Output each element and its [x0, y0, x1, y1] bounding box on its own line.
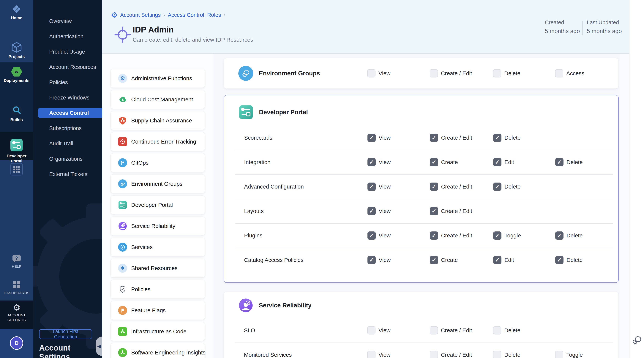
rail-item-home[interactable]: ❖ Home: [0, 3, 33, 20]
checkbox-view-checked[interactable]: [368, 158, 376, 166]
sidebar-item-access-control[interactable]: Access Control: [38, 108, 102, 118]
checkbox-delete[interactable]: [493, 351, 501, 358]
module-card-supply-chain-assurance[interactable]: Supply Chain Assurance: [110, 111, 205, 130]
rail-item-account-settings[interactable]: ⚙ ACCOUNT SETTINGS: [0, 303, 33, 322]
module-card-infrastructure-as-code[interactable]: Infrastructure as Code: [110, 322, 205, 341]
checkbox-create-edit-checked[interactable]: [430, 207, 438, 215]
rail-item-developer-portal[interactable]: Developer Portal: [0, 138, 33, 163]
page-scrollbar-area[interactable]: [629, 0, 644, 358]
checkbox-view[interactable]: [367, 69, 376, 77]
checkbox-delete-checked[interactable]: [555, 232, 564, 240]
checkbox-delete-checked[interactable]: [493, 134, 502, 142]
module-card-software-engineering-insights[interactable]: Software Engineering Insights: [110, 343, 205, 358]
support-chat-icon[interactable]: [632, 335, 642, 346]
launch-first-generation-button[interactable]: Launch First Generation: [39, 329, 92, 339]
module-card-policies[interactable]: Policies: [110, 280, 205, 299]
breadcrumb: ⚙ Account Settings › Access Control: Rol…: [111, 11, 226, 19]
checkbox-toggle[interactable]: [555, 351, 563, 358]
checkbox-edit-checked[interactable]: [493, 158, 502, 166]
module-name: Infrastructure as Code: [131, 328, 186, 335]
settings-gear-icon: ⚙: [111, 11, 118, 19]
breadcrumb-account-settings[interactable]: Account Settings: [120, 12, 161, 18]
module-card-gitops[interactable]: GitOps: [110, 153, 205, 172]
module-card-service-reliability[interactable]: Service Reliability: [110, 217, 205, 235]
checkbox-delete[interactable]: [493, 69, 501, 77]
permission-create-edit: Create / Edit: [430, 69, 472, 77]
rail-item-label: Projects: [0, 54, 33, 59]
sidebar-collapse-button[interactable]: ◀: [96, 336, 102, 356]
module-card-developer-portal[interactable]: Developer Portal: [110, 196, 205, 214]
module-card-feature-flags[interactable]: Feature Flags: [110, 301, 205, 320]
sidebar-item-authentication[interactable]: Authentication: [33, 31, 102, 42]
breadcrumb-access-control-roles[interactable]: Access Control: Roles: [168, 12, 221, 18]
checkbox-create-edit-checked[interactable]: [430, 134, 438, 142]
checkbox-view-checked[interactable]: [368, 232, 376, 240]
sidebar-item-account-resources[interactable]: Account Resources: [33, 62, 102, 72]
permission-label: Delete: [504, 352, 520, 358]
rail-item-help[interactable]: ? HELP: [0, 255, 33, 269]
sidebar-item-overview[interactable]: Overview: [33, 16, 102, 26]
permission-label: View: [379, 232, 390, 239]
checkbox-view-checked[interactable]: [368, 256, 376, 264]
module-card-shared-resources[interactable]: ❖Shared Resources: [110, 259, 205, 278]
sidebar-item-policies[interactable]: Policies: [33, 77, 102, 87]
module-name: Developer Portal: [131, 202, 173, 208]
module-card-administrative-functions[interactable]: ⚙Administrative Functions: [110, 69, 205, 88]
rail-item-label: DASHBOARDS: [0, 290, 33, 295]
permission-create: Create: [430, 158, 458, 166]
checkbox-delete-checked[interactable]: [555, 158, 564, 166]
checkbox-view[interactable]: [367, 326, 376, 334]
module-card-services[interactable]: Services: [110, 238, 205, 256]
permission-label: Create: [441, 257, 458, 263]
rail-item-projects[interactable]: Projects: [0, 42, 33, 59]
checkbox-create-edit[interactable]: [430, 326, 438, 334]
panel-scrollbar-track[interactable]: [619, 54, 629, 358]
service-reliability-icon: [118, 222, 127, 231]
checkbox-create-edit-checked[interactable]: [430, 183, 438, 191]
permission-view: View: [367, 326, 390, 334]
sidebar-item-product-usage[interactable]: Product Usage: [33, 47, 102, 57]
module-card-continuous-error-tracking[interactable]: Continuous Error Tracking: [110, 132, 205, 151]
rail-item-dashboards[interactable]: DASHBOARDS: [0, 281, 33, 295]
rail-item-builds[interactable]: Builds: [0, 104, 33, 122]
checkbox-delete-checked[interactable]: [555, 256, 564, 264]
checkbox-create-checked[interactable]: [430, 158, 438, 166]
gear-icon: ⚙: [13, 303, 20, 312]
module-picker-button[interactable]: [10, 163, 23, 175]
checkbox-view[interactable]: [367, 351, 376, 358]
last-updated-label: Last Updated: [587, 20, 622, 26]
module-name: Continuous Error Tracking: [131, 138, 196, 145]
checkbox-delete-checked[interactable]: [493, 183, 502, 191]
checkbox-toggle-checked[interactable]: [493, 232, 502, 240]
rail-item-deployments[interactable]: ∞ Deployments: [0, 67, 33, 83]
permission-group-developer-portal: Developer Portal Scorecards View Create …: [224, 95, 619, 283]
sidebar-item-organizations[interactable]: Organizations: [33, 154, 102, 164]
sidebar-item-subscriptions[interactable]: Subscriptions: [33, 123, 102, 133]
checkbox-view-checked[interactable]: [368, 134, 376, 142]
checkbox-create-edit[interactable]: [430, 351, 438, 358]
sidebar-item-external-tickets[interactable]: External Tickets: [33, 169, 102, 179]
role-crosshair-icon: [114, 26, 131, 44]
permission-label: View: [378, 70, 390, 77]
permission-delete: Delete: [493, 134, 521, 142]
sidebar-item-audit-trail[interactable]: Audit Trail: [33, 138, 102, 148]
checkbox-access[interactable]: [555, 69, 563, 77]
module-name: Cloud Cost Management: [131, 96, 193, 103]
permission-label: Create / Edit: [441, 352, 472, 358]
group-header: Developer Portal: [238, 105, 308, 120]
permission-label: Create / Edit: [441, 208, 472, 214]
permission-row-advanced-configuration: Advanced Configuration View Create / Edi…: [224, 174, 618, 199]
user-avatar[interactable]: D: [10, 336, 23, 350]
module-card-cloud-cost-management[interactable]: $Cloud Cost Management: [110, 90, 205, 109]
cloud-cost-management-icon: $: [118, 95, 127, 104]
checkbox-edit-checked[interactable]: [493, 256, 502, 264]
checkbox-view-checked[interactable]: [368, 207, 376, 215]
checkbox-create-checked[interactable]: [430, 256, 438, 264]
checkbox-create-edit-checked[interactable]: [430, 232, 438, 240]
checkbox-view-checked[interactable]: [368, 183, 376, 191]
sidebar-item-freeze-windows[interactable]: Freeze Windows: [33, 93, 102, 103]
checkbox-delete[interactable]: [493, 326, 501, 334]
checkbox-create-edit[interactable]: [430, 69, 438, 77]
module-card-environment-groups[interactable]: Environment Groups: [110, 174, 205, 193]
permission-delete: Delete: [493, 351, 520, 358]
